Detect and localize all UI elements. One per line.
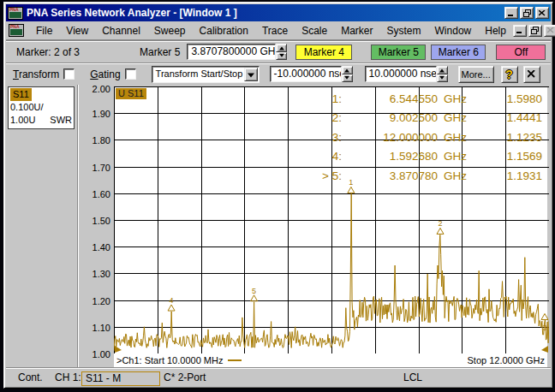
status-bar: Cont. CH 1: S11 - M C* 2-Port LCL <box>6 367 551 386</box>
spin-up-button[interactable] <box>276 44 287 52</box>
window-title: PNA Series Network Analyzer - [Window 1 … <box>27 7 504 19</box>
menu-trace[interactable]: Trace <box>255 23 295 39</box>
marker-value-input[interactable]: 3.8707800000 GHz <box>187 44 276 60</box>
minimize-button[interactable] <box>504 7 518 19</box>
chart-area: 12345 U S11 1:6.544550GHz1.59802:9.00250… <box>114 86 547 367</box>
transform-start-input[interactable]: -10.000000 nsec <box>270 66 342 82</box>
restore-button[interactable] <box>520 7 534 19</box>
marker-status: Marker: 2 of 3 <box>16 46 80 58</box>
spin-down-button[interactable] <box>276 52 287 61</box>
marker-button-marker-6[interactable]: Marker 6 <box>431 45 486 60</box>
y-tick-label: 1.80 <box>92 136 110 146</box>
stop-spinner <box>437 66 448 82</box>
menu-marker[interactable]: Marker <box>334 23 379 39</box>
trace-status-panel: S11 0.100U/ 1.00U SWR <box>6 85 78 369</box>
trace-reference: 1.00U <box>10 114 35 127</box>
y-tick-label: 1.50 <box>92 217 110 226</box>
x-axis-start-label: >Ch1: Start 10.0000 MHz <box>116 355 223 365</box>
spin-up-button[interactable] <box>437 66 448 74</box>
trace-status-box[interactable]: S11 0.100U/ 1.00U SWR <box>8 86 75 129</box>
y-tick-label: 1.00 <box>92 350 110 359</box>
main-area: S11 0.100U/ 1.00U SWR 2.001.901.801.701.… <box>6 85 551 369</box>
menu-system[interactable]: System <box>380 23 428 39</box>
trace-legend-dash <box>228 359 242 361</box>
spin-down-button[interactable] <box>437 74 448 83</box>
marker-button-marker-4[interactable]: Marker 4 <box>295 45 352 60</box>
x-axis-footer: >Ch1: Start 10.0000 MHz Stop 12.0000 GHz <box>114 353 547 367</box>
calibration-status: C* 2-Port <box>164 371 206 383</box>
gating-checkbox[interactable] <box>125 68 136 80</box>
svg-text:5: 5 <box>252 287 256 295</box>
control-status: LCL <box>403 371 422 383</box>
svg-text:4: 4 <box>170 296 174 305</box>
menu-scale[interactable]: Scale <box>295 23 334 39</box>
marker-button-off[interactable]: Off <box>496 45 546 60</box>
transform-toolbar: Transform Gating Transform Start/Stop -1… <box>6 62 551 85</box>
marker-toolbar: Marker: 2 of 3 Marker 5 3.8707800000 GHz… <box>6 40 551 62</box>
transform-mode-dropdown[interactable]: Transform Start/Stop <box>152 66 260 83</box>
menu-bar: PNA FileViewChannelSweepCalibrationTrace… <box>6 21 551 40</box>
child-minimize-button[interactable] <box>513 25 527 37</box>
measurement-status: S11 - M <box>81 371 160 386</box>
y-tick-label: 1.30 <box>92 270 110 279</box>
y-tick-label: 1.20 <box>92 297 110 306</box>
app-window: PNA PNA Series Network Analyzer - [Windo… <box>3 2 553 389</box>
title-bar: PNA PNA Series Network Analyzer - [Windo… <box>6 4 551 21</box>
transform-stop-input[interactable]: 10.000000 nsec <box>365 66 437 82</box>
close-button[interactable] <box>535 7 549 19</box>
svg-text:3: 3 <box>542 324 546 332</box>
more-button[interactable]: More... <box>458 66 494 83</box>
spin-up-button[interactable] <box>342 66 353 74</box>
trace-plot[interactable]: 12345 <box>114 86 549 353</box>
y-tick-label: 2.00 <box>92 85 110 94</box>
chevron-down-icon[interactable] <box>244 68 258 81</box>
menu-window[interactable]: Window <box>428 23 479 39</box>
toolbar-close-button[interactable] <box>523 66 540 83</box>
marker-buttons: Marker 4Marker 5Marker 6Off <box>295 45 546 60</box>
spin-down-button[interactable] <box>342 74 353 83</box>
child-restore-button[interactable] <box>528 25 542 37</box>
menu-help[interactable]: Help <box>478 23 513 39</box>
marker-value-spinner <box>276 44 287 60</box>
menu-view[interactable]: View <box>59 23 95 39</box>
y-tick-label: 1.70 <box>92 163 110 173</box>
gating-label: Gating <box>90 68 120 80</box>
menu-items: FileViewChannelSweepCalibrationTraceScal… <box>29 23 513 39</box>
menu-calibration[interactable]: Calibration <box>193 23 255 39</box>
y-tick-label: 1.10 <box>92 324 110 333</box>
channel-label: CH 1: <box>55 371 81 383</box>
menu-channel[interactable]: Channel <box>95 23 147 39</box>
trace-scale: 0.100U/ <box>10 101 72 114</box>
acquisition-status: Cont. <box>18 371 43 383</box>
x-axis-stop-label: Stop 12.0000 GHz <box>467 355 545 365</box>
svg-text:2: 2 <box>438 219 442 228</box>
trace-label-badge: U S11 <box>116 88 146 99</box>
pna-child-icon[interactable]: PNA <box>9 24 24 37</box>
pna-app-icon[interactable]: PNA <box>8 7 23 20</box>
child-close-button-disabled <box>544 25 555 37</box>
menu-sweep[interactable]: Sweep <box>147 23 193 39</box>
help-button[interactable]: ? <box>501 66 518 83</box>
y-tick-label: 1.40 <box>92 243 110 252</box>
y-tick-label: 1.60 <box>92 190 110 199</box>
transform-label: Transform <box>13 68 59 80</box>
trace-name-badge: S11 <box>10 88 32 101</box>
marker-button-marker-5[interactable]: Marker 5 <box>371 45 426 60</box>
menu-file[interactable]: File <box>29 23 59 39</box>
trace-format: SWR <box>50 114 72 127</box>
transform-checkbox[interactable] <box>63 68 75 80</box>
y-tick-label: 1.90 <box>92 110 110 119</box>
start-spinner <box>342 66 353 82</box>
svg-text:1: 1 <box>349 178 353 187</box>
y-axis-ticks: 2.001.901.801.701.601.501.401.301.201.10… <box>80 85 114 369</box>
marker-field-label: Marker 5 <box>140 46 180 58</box>
